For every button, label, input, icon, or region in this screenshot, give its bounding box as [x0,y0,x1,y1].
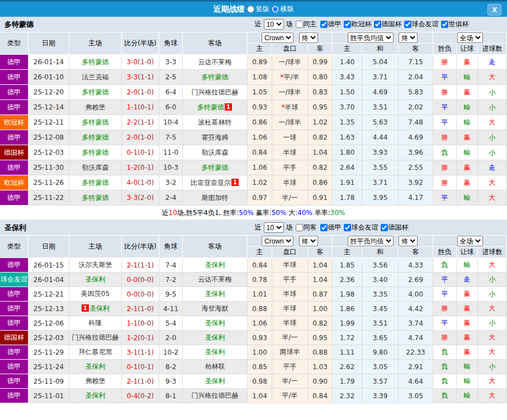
league-filter[interactable]: 德国杯 [380,223,409,232]
team-label: 弗赖堡 [86,377,106,385]
col-avg-away: 客 [399,247,433,258]
horizontal-radio[interactable] [272,6,279,13]
result-outcome: 負 [433,360,457,374]
avg-home-odds: 1.98 [333,287,362,302]
result-outcome: 平 [433,273,457,287]
league-checkbox[interactable] [320,224,328,231]
result-handicap: 赢 [457,85,478,100]
corner-count: 4-11 [159,302,183,316]
away-team: 圣保利 [183,331,248,345]
league-checkbox[interactable] [344,21,351,28]
team-label: 圣保利 [205,319,225,327]
handicap-value: 平手 [272,360,308,374]
handicap-value: 两球半 [272,345,308,360]
league-checkbox[interactable] [374,21,381,28]
match-row: 德甲25-12-06科隆1-1(0-0)5-4圣保利1.06半球0.821.99… [0,316,507,331]
result-handicap: 輸 [457,100,478,115]
avg-stage-select[interactable]: 终 [399,236,418,246]
away-odds: 0.82 [308,160,333,175]
fulltime-score: 0-4 [127,392,138,400]
away-odds: 0.95 [308,100,333,115]
league-checkbox[interactable] [381,224,388,231]
col-avg-draw: 和 [362,44,399,55]
result-outcome: 勝 [433,130,457,145]
team-label: 圣保利 [205,348,225,356]
league-filter[interactable]: 球会友谊 [403,20,439,29]
league-filter[interactable]: 德甲 [319,20,342,29]
col-away: 客场 [183,32,248,55]
league-checkbox[interactable] [320,21,328,28]
bookmaker-select[interactable]: Crown [262,236,293,246]
odds-stage-select[interactable]: 终 [299,32,318,43]
corner-count: 10-3 [159,160,183,175]
league-type-badge: 德甲 [0,287,29,302]
summary-segment: 30% [330,209,345,217]
match-date: 25-12-21 [29,287,69,302]
same-venue-filter[interactable]: 同客 [295,223,317,232]
avg-home-odds: 1.85 [333,258,362,273]
match-score: 3-0(1-0) [122,55,159,70]
team-label: 波杜基林特 [198,118,232,126]
result-goals: 小 [478,316,507,331]
league-filter[interactable]: 德甲 [319,223,342,232]
result-outcome: 平 [433,287,457,302]
match-date: 25-11-09 [29,374,69,389]
avg-draw-odds: 3.57 [362,374,399,389]
home-odds: 0.93 [248,331,272,345]
red-card-badge: 1 [225,103,232,111]
odds-stage-select[interactable]: 终 [299,236,318,246]
avg-stage-select[interactable]: 终 [399,32,418,43]
league-filter[interactable]: 球会友谊 [343,223,378,232]
avg-home-odds: 1.11 [333,345,362,360]
league-type-badge: 德甲 [0,100,29,115]
same-venue-filter[interactable]: 同主 [295,20,317,29]
team-label: 美因茨05 [81,290,110,298]
bookmaker-select[interactable]: Crown [262,32,293,43]
home-team: 科隆 [69,316,122,331]
league-checkbox[interactable] [404,21,411,28]
away-team: 斯图加特 [183,190,248,206]
summary-segment: 50% [272,209,287,217]
avg-type-select[interactable]: 胜平负均值 [348,32,394,43]
avg-type-select[interactable]: 胜平负均值 [348,236,394,246]
vertical-radio[interactable] [247,6,254,13]
summary-segment: 场,胜5平4负1, 胜率: [177,209,239,217]
scope-select[interactable]: 全场 [457,32,483,43]
col-odds-away: 客 [308,44,333,55]
close-button[interactable]: X [487,4,501,16]
match-row: 德甲25-11-22多特蒙德3-3(2-0)2-4斯图加特0.97半/一0.91… [0,190,507,206]
layout-radio-horizontal[interactable]: 横版 [272,4,294,14]
away-odds: 0.80 [308,70,333,85]
red-card-badge: 1 [82,304,89,312]
league-type-badge: 欧冠杯 [0,115,29,130]
match-row: 德甲25-12-21美因茨050-0(0-0)9-5圣保利1.01半球0.871… [0,287,507,302]
same-venue-checkbox[interactable] [296,21,303,28]
league-checkbox[interactable] [344,224,351,231]
avg-home-odds: 2.32 [333,389,362,403]
match-score: 1-2(0-1) [122,331,159,345]
match-date: 25-11-24 [29,360,69,374]
scope-select[interactable]: 全场 [457,236,483,246]
team-label: 弗赖堡 [86,103,106,111]
league-filter[interactable]: 欧冠杯 [343,20,372,29]
league-filter[interactable]: 世俱杯 [440,20,469,29]
result-goals: 小 [478,287,507,302]
games-label: 场 [286,20,293,29]
away-team: 比雷亚雷亚尔1 [183,175,248,190]
match-score: 1-1(0-0) [122,316,159,331]
result-outcome: 勝 [433,85,457,100]
away-odds: 0.83 [308,85,333,100]
team-label: 多特蒙德 [202,73,229,81]
match-count-select[interactable]: 10 [264,19,284,30]
result-goals: 大 [478,175,507,190]
league-filter[interactable]: 德国杯 [373,20,402,29]
match-count-select[interactable]: 10 [264,222,284,233]
layout-radio-vertical[interactable]: 竖版 [247,4,269,14]
match-score: 0-1(0-1) [122,360,159,374]
home-odds: 0.86 [248,115,272,130]
team-label: 霍芬海姆 [202,133,229,141]
league-checkbox[interactable] [441,21,448,28]
halftime-score: (0-1) [138,149,154,156]
same-venue-checkbox[interactable] [296,224,303,231]
corner-count: 7-5 [159,130,183,145]
